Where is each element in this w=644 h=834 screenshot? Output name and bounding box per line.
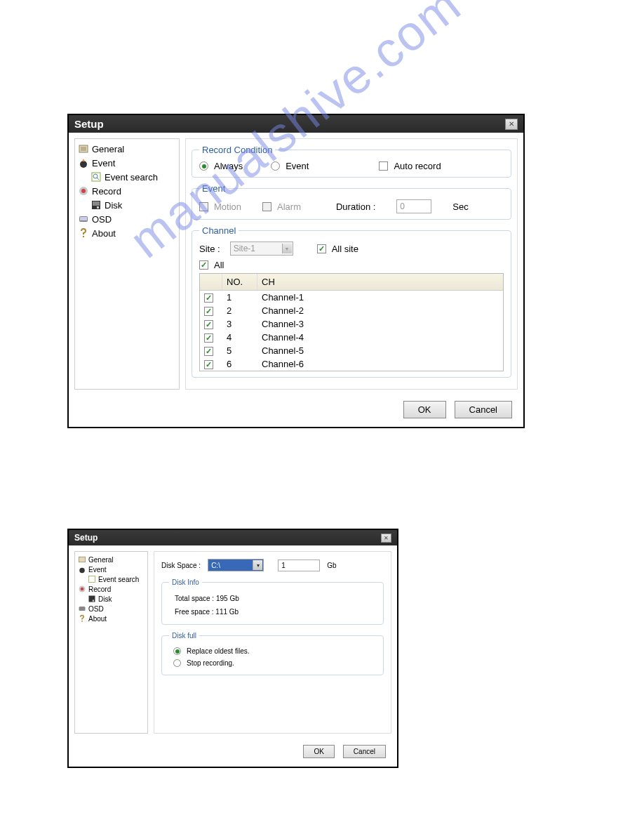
checkbox-all-site[interactable]: ✓ All site [317,244,358,254]
ok-button[interactable]: OK [403,401,446,418]
sidebar-item-general[interactable]: General [76,142,177,156]
checkbox-icon: ✓ [199,260,208,270]
sidebar-item-event-search[interactable]: Event search [76,574,146,584]
table-body[interactable]: ✓1Channel-1✓2Channel-2✓3Channel-3✓4Chann… [200,291,503,371]
search-icon [90,171,102,183]
checkbox-auto-record[interactable]: Auto record [379,161,441,171]
sidebar-item-label: Record [92,186,121,197]
properties-icon [78,555,86,564]
radio-always[interactable]: Always [199,161,243,171]
titlebar[interactable]: Setup ✕ [69,115,523,133]
checkbox-icon[interactable]: ✓ [204,360,213,369]
sidebar-item-label: Event [92,158,115,168]
sidebar-item-label: General [88,556,114,564]
close-button[interactable]: ✕ [381,534,391,543]
checkbox-motion: Motion [199,201,241,212]
table-row[interactable]: ✓5Channel-5 [200,344,503,357]
checkbox-icon[interactable]: ✓ [204,320,213,329]
col-ch-header[interactable]: CH [257,274,503,290]
close-icon: ✕ [509,120,514,128]
sidebar-item-disk[interactable]: Disk [76,198,177,212]
radio-event[interactable]: Event [271,161,309,171]
ok-button[interactable]: OK [303,745,334,758]
sec-label: Sec [452,201,468,212]
table-row[interactable]: ✓4Channel-4 [200,331,503,344]
help-icon [78,614,86,623]
chevron-down-icon: ▾ [282,244,292,253]
chevron-down-icon: ▾ [253,560,262,570]
sidebar-item-about[interactable]: About [76,226,177,240]
help-icon [78,227,89,239]
drive-select[interactable]: C:\ ▾ [208,559,264,571]
table-row[interactable]: ✓6Channel-6 [200,357,503,371]
sidebar-item-record[interactable]: Record [76,584,146,594]
radio-icon [271,161,280,171]
sidebar-item-general[interactable]: General [76,555,146,564]
radio-icon [173,659,181,667]
sidebar-item-label: OSD [88,605,104,613]
event-icon [78,565,86,574]
checkbox-icon [262,202,271,211]
sidebar-item-osd[interactable]: OSD [76,604,146,614]
event-icon [78,157,89,168]
sidebar-item-disk[interactable]: Disk [76,594,146,604]
close-button[interactable]: ✕ [505,119,518,130]
disk-size-input[interactable]: 1 [278,560,320,571]
sidebar-item-label: Event search [98,576,139,583]
disk-icon [88,595,96,603]
window-title: Setup [74,118,104,130]
checkbox-icon[interactable]: ✓ [204,347,213,356]
sidebar-item-record[interactable]: Record [76,184,177,198]
cancel-button[interactable]: Cancel [343,745,386,758]
total-space: Total space : 195 Gb [169,592,376,605]
duration-input: 0 [396,199,431,213]
cell-no: 1 [222,291,257,304]
checkbox-label: Alarm [277,201,301,212]
channel-table: NO. CH ✓1Channel-1✓2Channel-2✓3Channel-3… [199,273,504,371]
radio-label: Stop recording. [187,659,234,667]
checkbox-icon[interactable]: ✓ [204,293,213,303]
dialog-body: General Event Event search Record Disk O… [69,133,523,395]
site-value: Site-1 [234,244,255,253]
cancel-button[interactable]: Cancel [455,401,512,418]
cell-no: 2 [222,304,257,317]
checkbox-label: All [214,260,224,270]
radio-replace-oldest[interactable]: Replace oldest files. [169,645,376,657]
duration-label: Duration : [336,201,375,212]
table-row[interactable]: ✓2Channel-2 [200,304,503,317]
sidebar-item-about[interactable]: About [76,614,146,623]
checkbox-icon[interactable]: ✓ [204,333,213,343]
site-select: Site-1 ▾ [230,241,293,256]
sidebar-item-event[interactable]: Event [76,156,177,170]
sidebar-item-event-search[interactable]: Event search [76,170,177,184]
svg-point-24 [81,621,83,622]
search-icon [88,575,96,583]
close-icon: ✕ [384,535,389,541]
disk-info-group: Disk Info Total space : 195 Gb Free spac… [161,578,384,625]
titlebar[interactable]: Setup ✕ [69,530,397,545]
svg-rect-12 [97,206,99,208]
svg-rect-18 [89,576,95,583]
svg-point-17 [79,568,85,574]
checkbox-label: All site [332,244,358,254]
checkbox-all[interactable]: ✓ All [199,260,504,270]
radio-stop-recording[interactable]: Stop recording. [169,657,376,669]
radio-label: Always [214,161,243,171]
col-no-header[interactable]: NO. [222,274,257,290]
checkbox-label: Auto record [394,161,441,171]
checkbox-icon: ✓ [317,244,326,253]
sidebar-tree: General Event Event search Record Disk O… [74,138,180,390]
sidebar-item-label: Disk [98,595,112,603]
osd-icon [78,604,86,613]
setup-dialog-disk: Setup ✕ General Event Event search Recor… [67,529,398,768]
sidebar-item-osd[interactable]: OSD [76,212,177,226]
cell-channel: Channel-4 [257,331,503,344]
sidebar-item-label: Event search [105,172,158,183]
table-row[interactable]: ✓3Channel-3 [200,317,503,331]
dialog-footer: OK Cancel [69,739,397,767]
checkbox-icon[interactable]: ✓ [204,307,213,316]
table-row[interactable]: ✓1Channel-1 [200,291,503,304]
sidebar-item-event[interactable]: Event [76,564,146,574]
drive-value: C:\ [211,562,220,569]
record-icon [78,585,86,593]
